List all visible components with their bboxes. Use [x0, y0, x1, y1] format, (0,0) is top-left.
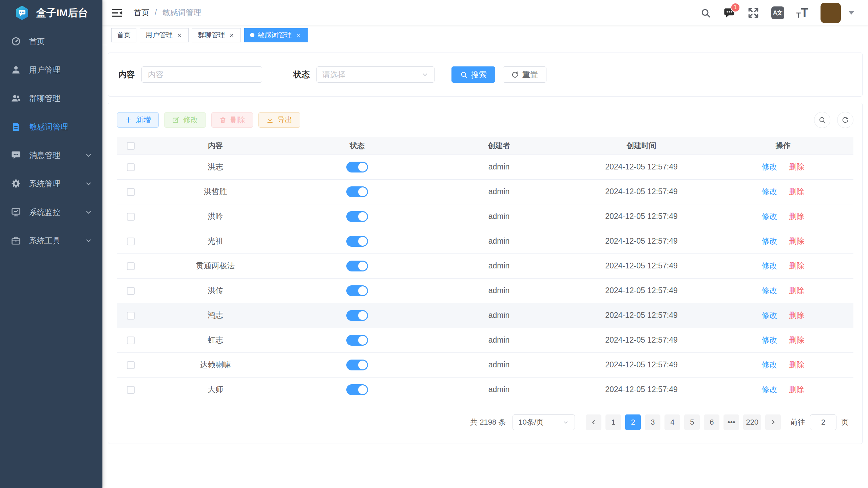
edit-button[interactable]: 修改: [164, 112, 206, 128]
row-checkbox[interactable]: [127, 238, 135, 245]
message-icon: [11, 150, 21, 160]
tab-sensitive-words[interactable]: 敏感词管理: [244, 28, 308, 42]
close-icon[interactable]: [176, 32, 183, 39]
avatar[interactable]: [821, 3, 841, 23]
chevron-down-icon: [85, 237, 92, 244]
page-button[interactable]: 4: [664, 414, 680, 430]
edit-link[interactable]: 修改: [761, 360, 777, 369]
page-button[interactable]: 1: [605, 414, 621, 430]
status-toggle[interactable]: [346, 310, 368, 321]
page-button[interactable]: •••: [724, 414, 739, 430]
edit-link[interactable]: 修改: [761, 385, 777, 394]
font-size-icon[interactable]: TT: [796, 7, 808, 19]
add-button[interactable]: 新增: [117, 112, 159, 128]
sidebar-item-home[interactable]: 首页: [0, 27, 102, 56]
delete-link[interactable]: 删除: [789, 162, 805, 171]
sidebar-item-sensitive-words[interactable]: 敏感词管理: [0, 113, 102, 141]
sidebar-item-messages[interactable]: 消息管理: [0, 141, 102, 169]
delete-link[interactable]: 删除: [789, 286, 805, 295]
status-toggle[interactable]: [346, 360, 368, 370]
tab-home[interactable]: 首页: [111, 28, 136, 42]
status-toggle[interactable]: [346, 186, 368, 197]
page-button[interactable]: 6: [704, 414, 719, 430]
sidebar-collapse-icon[interactable]: [111, 7, 123, 19]
edit-link[interactable]: 修改: [761, 336, 777, 344]
status-toggle[interactable]: [346, 285, 368, 296]
close-icon[interactable]: [228, 32, 235, 39]
status-toggle[interactable]: [346, 162, 368, 172]
content-input[interactable]: [141, 66, 262, 83]
row-checkbox[interactable]: [127, 262, 135, 270]
breadcrumb-home[interactable]: 首页: [134, 7, 149, 18]
edit-link[interactable]: 修改: [761, 187, 777, 196]
chevron-down-icon[interactable]: [848, 11, 854, 15]
tab-group-management[interactable]: 群聊管理: [192, 28, 241, 42]
page-size-select[interactable]: 10条/页: [513, 414, 575, 430]
app-logo[interactable]: 盒子IM后台: [0, 0, 102, 26]
status-toggle[interactable]: [346, 211, 368, 222]
sidebar-item-system-admin[interactable]: 系统管理: [0, 169, 102, 198]
close-icon[interactable]: [295, 32, 302, 39]
sidebar-item-groups[interactable]: 群聊管理: [0, 84, 102, 113]
delete-link[interactable]: 删除: [789, 385, 805, 394]
delete-button[interactable]: 删除: [211, 112, 253, 128]
row-checkbox[interactable]: [127, 188, 135, 196]
search-button[interactable]: 搜索: [451, 66, 495, 83]
sidebar-item-label: 用户管理: [29, 65, 60, 75]
chevron-right-icon: [770, 419, 776, 426]
sidebar-item-users[interactable]: 用户管理: [0, 56, 102, 84]
show-search-button[interactable]: [814, 112, 830, 128]
status-toggle[interactable]: [346, 236, 368, 247]
sidebar-item-system-tools[interactable]: 系统工具: [0, 226, 102, 255]
language-icon[interactable]: A文: [771, 6, 784, 19]
row-checkbox[interactable]: [127, 361, 135, 369]
page-button[interactable]: 5: [684, 414, 700, 430]
status-field-label: 状态: [293, 69, 310, 80]
users-icon: [11, 93, 21, 103]
delete-link[interactable]: 删除: [789, 360, 805, 369]
edit-link[interactable]: 修改: [761, 212, 777, 221]
row-checkbox[interactable]: [127, 163, 135, 171]
status-toggle[interactable]: [346, 261, 368, 271]
prev-page-button[interactable]: [586, 414, 601, 430]
tab-user-management[interactable]: 用户管理: [140, 28, 189, 42]
cell-content: 洪哲胜: [144, 179, 287, 204]
edit-link[interactable]: 修改: [761, 261, 777, 270]
goto-page-input[interactable]: [810, 414, 836, 430]
export-button[interactable]: 导出: [258, 112, 300, 128]
row-checkbox[interactable]: [127, 337, 135, 344]
row-checkbox[interactable]: [127, 213, 135, 221]
refresh-table-button[interactable]: [837, 112, 853, 128]
page-button[interactable]: 2: [625, 414, 641, 430]
messages-icon[interactable]: 1: [723, 7, 735, 19]
delete-link[interactable]: 删除: [789, 336, 805, 344]
sidebar-item-system-monitor[interactable]: 系统监控: [0, 198, 102, 226]
reset-button[interactable]: 重置: [503, 66, 546, 83]
fullscreen-icon[interactable]: [748, 7, 759, 19]
table-row: 洪吟 admin 2024-12-05 12:57:49 修改 删除: [117, 204, 853, 229]
next-page-button[interactable]: [765, 414, 781, 430]
search-icon[interactable]: [700, 7, 711, 18]
chevron-down-icon: [85, 180, 92, 187]
row-checkbox[interactable]: [127, 386, 135, 394]
delete-link[interactable]: 删除: [789, 261, 805, 270]
table-row: 光祖 admin 2024-12-05 12:57:49 修改 删除: [117, 229, 853, 253]
delete-link[interactable]: 删除: [789, 237, 805, 245]
table-header-row: 内容 状态 创建者 创建时间 操作: [117, 137, 853, 155]
status-select[interactable]: 请选择: [316, 66, 435, 83]
table-row: 洪传 admin 2024-12-05 12:57:49 修改 删除: [117, 278, 853, 303]
select-all-checkbox[interactable]: [127, 142, 135, 150]
page-button[interactable]: 220: [743, 414, 761, 430]
status-toggle[interactable]: [346, 384, 368, 395]
row-checkbox[interactable]: [127, 287, 135, 295]
edit-link[interactable]: 修改: [761, 237, 777, 245]
delete-link[interactable]: 删除: [789, 212, 805, 221]
delete-link[interactable]: 删除: [789, 187, 805, 196]
status-toggle[interactable]: [346, 335, 368, 346]
edit-link[interactable]: 修改: [761, 162, 777, 171]
row-checkbox[interactable]: [127, 312, 135, 320]
edit-link[interactable]: 修改: [761, 286, 777, 295]
page-button[interactable]: 3: [645, 414, 660, 430]
delete-link[interactable]: 删除: [789, 311, 805, 320]
edit-link[interactable]: 修改: [761, 311, 777, 320]
